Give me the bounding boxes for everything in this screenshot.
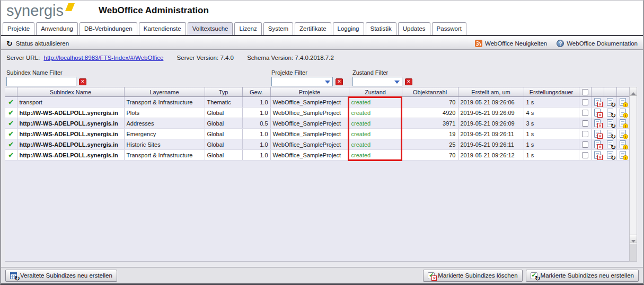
table-row[interactable]: ✔ http://W-WS-ADELPOLL.synergis.in Plots… xyxy=(5,108,629,118)
cell-typ: Global xyxy=(205,150,242,161)
delete-marked-button[interactable]: ✕ Markierte Subindizes löschen xyxy=(423,270,522,282)
subindex-info-icon[interactable]: i xyxy=(620,98,626,106)
recreate-subindex-icon[interactable]: ↻ xyxy=(607,109,613,117)
delete-subindex-icon[interactable]: ✕ xyxy=(594,109,601,117)
cell-zustand: created xyxy=(349,139,402,150)
tab-system[interactable]: System xyxy=(263,22,293,35)
delete-subindex-icon[interactable]: ✕ xyxy=(594,119,601,127)
cell-projekte: WebOffice_SampleProject xyxy=(270,139,349,150)
projekte-filter-clear-icon[interactable]: ✕ xyxy=(336,78,343,85)
table-row[interactable]: ✔ transport Transport & Infrastructure T… xyxy=(5,97,629,108)
cell-gew: 0.5 xyxy=(242,118,270,129)
cell-erstellt-am: 2019-05-21 09:26:06 xyxy=(458,97,524,108)
subindex-info-icon[interactable]: i xyxy=(620,109,626,117)
content-area: Server URL: http://localhost:8983/FTS-In… xyxy=(1,50,643,269)
cell-erstellungsdauer: 1 s xyxy=(524,150,579,161)
toolbar: ↻ Status aktualisieren WebOffice Neuigke… xyxy=(1,37,643,50)
select-all-checkbox[interactable] xyxy=(582,89,588,95)
subindex-info-icon[interactable]: i xyxy=(620,151,626,159)
rss-icon xyxy=(475,40,482,47)
zustand-filter-clear-icon[interactable]: ✕ xyxy=(405,78,412,85)
col-header-subindex-name[interactable]: Subindex Name xyxy=(17,87,124,97)
tab-logging[interactable]: Logging xyxy=(333,22,364,35)
status-refresh-button[interactable]: ↻ Status aktualisieren xyxy=(6,40,69,47)
scroll-up-button[interactable] xyxy=(630,87,637,96)
rebuild-outdated-button[interactable]: ↻ Veraltete Subindizes neu erstellen xyxy=(5,270,117,282)
rebuild-outdated-label: Veraltete Subindizes neu erstellen xyxy=(20,272,112,279)
tab-kartendienste[interactable]: Kartendienste xyxy=(139,22,186,35)
recreate-subindex-icon[interactable]: ↻ xyxy=(607,151,613,159)
recreate-subindex-icon[interactable]: ↻ xyxy=(607,98,613,106)
cell-layername: Transport & Infrastructure xyxy=(124,150,205,161)
server-version: Server Version: 7.4.0 xyxy=(177,55,236,61)
col-header-typ[interactable]: Typ xyxy=(205,87,242,97)
cell-erstellungsdauer: 4 s xyxy=(524,108,579,118)
row-checkbox[interactable] xyxy=(582,110,588,116)
server-url-link[interactable]: http://localhost:8983/FTS-Index/#/WebOff… xyxy=(43,55,163,61)
delete-subindex-icon[interactable]: ✕ xyxy=(594,151,601,159)
cell-subindex-name: http://W-WS-ADELPOLL.synergis.in xyxy=(17,108,124,118)
chevron-down-icon xyxy=(325,81,330,84)
row-checkbox[interactable] xyxy=(582,152,588,158)
table-refresh-icon: ↻ xyxy=(10,272,17,279)
tab-db-verbindungen[interactable]: DB-Verbindungen xyxy=(80,22,137,35)
recreate-subindex-icon[interactable]: ↻ xyxy=(607,119,613,127)
col-header-status[interactable] xyxy=(5,87,17,97)
col-header-erstellungsdauer[interactable]: Erstellungsdauer xyxy=(524,87,579,97)
rebuild-marked-button[interactable]: ↻ Markierte Subindizes neu erstellen xyxy=(526,270,639,282)
vertical-scrollbar[interactable] xyxy=(629,87,637,262)
status-ok-icon: ✔ xyxy=(8,140,14,148)
scrollbar-thumb[interactable] xyxy=(630,244,637,261)
col-header-projekte[interactable]: Projekte xyxy=(270,87,349,97)
recreate-subindex-icon[interactable]: ↻ xyxy=(607,130,613,138)
zustand-filter-dropdown[interactable] xyxy=(352,77,402,86)
subindex-info-icon[interactable]: i xyxy=(620,119,626,127)
schema-version: Schema Version: 7.4.0.2018.7.2 xyxy=(247,55,334,61)
chevron-down-icon xyxy=(394,81,400,84)
subindex-info-icon[interactable]: i xyxy=(620,140,626,148)
tab-statistik[interactable]: Statistik xyxy=(366,22,396,35)
tab-zertifikate[interactable]: Zertifikate xyxy=(295,22,331,35)
tab-anwendung[interactable]: Anwendung xyxy=(36,22,78,35)
col-header-erstellt[interactable]: Erstellt am, um xyxy=(458,87,524,97)
status-refresh-label: Status aktualisieren xyxy=(16,40,69,47)
table-row[interactable]: ✔ http://W-WS-ADELPOLL.synergis.in Histo… xyxy=(5,139,629,150)
synergis-logo: synergis xyxy=(6,2,91,20)
delete-subindex-icon[interactable]: ✕ xyxy=(594,98,601,106)
row-checkbox[interactable] xyxy=(582,99,588,105)
weboffice-admin-window: synergis WebOffice Administration Projek… xyxy=(0,0,644,285)
server-info-row: Server URL: http://localhost:8983/FTS-In… xyxy=(6,55,334,61)
weboffice-news-link[interactable]: WebOffice Neuigkeiten xyxy=(475,40,547,47)
recreate-subindex-icon[interactable]: ↻ xyxy=(607,140,613,148)
table-row[interactable]: ✔ http://W-WS-ADELPOLL.synergis.in Trans… xyxy=(5,150,629,161)
row-checkbox[interactable] xyxy=(582,131,588,137)
cell-projekte: WebOffice_SampleProject xyxy=(270,108,349,118)
tab-projekte[interactable]: Projekte xyxy=(3,22,34,35)
row-checkbox[interactable] xyxy=(582,141,588,148)
table-row[interactable]: ✔ http://W-WS-ADELPOLL.synergis.in Addre… xyxy=(5,118,629,129)
cell-objektanzahl: 3971 xyxy=(402,118,458,129)
subindex-info-icon[interactable]: i xyxy=(620,130,626,138)
subindex-filter-clear-icon[interactable]: ✕ xyxy=(79,78,86,85)
col-header-zustand[interactable]: Zustand xyxy=(349,87,402,97)
table-row[interactable]: ✔ http://W-WS-ADELPOLL.synergis.in Emerg… xyxy=(5,129,629,139)
arrow-down-icon xyxy=(631,240,636,243)
scroll-down-button[interactable] xyxy=(630,235,637,243)
tab-volltextsuche[interactable]: Volltextsuche xyxy=(188,22,233,35)
cell-zustand: created xyxy=(349,108,402,118)
subindex-filter-input[interactable] xyxy=(6,77,76,86)
tab-lizenz[interactable]: Lizenz xyxy=(234,22,261,35)
tab-updates[interactable]: Updates xyxy=(398,22,430,35)
projekte-filter-dropdown[interactable] xyxy=(271,77,333,86)
col-header-select xyxy=(579,87,591,97)
delete-subindex-icon[interactable]: ✕ xyxy=(594,130,601,138)
page-title: WebOffice Administration xyxy=(99,5,209,16)
weboffice-docs-link[interactable]: ? WebOffice Dokumentation xyxy=(557,40,638,47)
col-header-objektanzahl[interactable]: Objektanzahl xyxy=(402,87,458,97)
cell-zustand: created xyxy=(349,150,402,161)
col-header-gew[interactable]: Gew. xyxy=(242,87,270,97)
tab-passwort[interactable]: Passwort xyxy=(432,22,466,35)
col-header-layername[interactable]: Layername xyxy=(124,87,205,97)
row-checkbox[interactable] xyxy=(582,120,588,127)
delete-subindex-icon[interactable]: ✕ xyxy=(594,140,601,148)
